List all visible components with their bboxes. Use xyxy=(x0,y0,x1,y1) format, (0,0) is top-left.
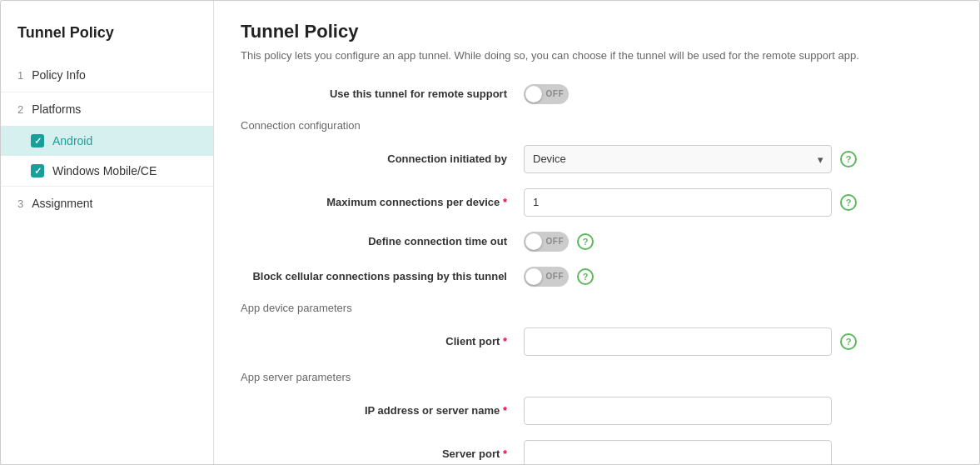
app-server-params-section: App server parameters xyxy=(241,371,953,383)
sidebar-label-platforms: Platforms xyxy=(32,102,81,116)
android-label: Android xyxy=(52,134,92,148)
connection-initiated-control: Device Server ? xyxy=(524,145,857,173)
ip-address-control xyxy=(524,397,832,425)
sidebar-sub-item-android[interactable]: Android xyxy=(1,126,213,156)
connection-initiated-row: Connection initiated by Device Server ? xyxy=(241,145,953,173)
define-timeout-toggle[interactable]: OFF xyxy=(524,232,569,252)
remote-support-toggle[interactable]: OFF xyxy=(524,84,569,104)
page-title: Tunnel Policy xyxy=(241,21,953,42)
block-cellular-toggle-knob xyxy=(525,268,542,285)
page-subtitle: This policy lets you configure an app tu… xyxy=(241,48,953,64)
block-cellular-label: Block cellular connections passing by th… xyxy=(241,270,524,282)
client-port-control: ? xyxy=(524,328,857,356)
connection-config-section: Connection configuration xyxy=(241,119,953,132)
android-checkbox-icon xyxy=(31,134,44,148)
server-port-input[interactable] xyxy=(524,440,832,465)
sidebar-item-assignment[interactable]: 3 Assignment xyxy=(1,187,213,220)
define-timeout-toggle-label: OFF xyxy=(546,237,565,246)
sidebar-sub-item-windows-mobile[interactable]: Windows Mobile/CE xyxy=(1,156,213,186)
sidebar-label-policy-info: Policy Info xyxy=(32,68,86,82)
windows-mobile-label: Windows Mobile/CE xyxy=(52,164,157,178)
define-timeout-label: Define connection time out xyxy=(241,235,524,248)
server-port-row: Server port * xyxy=(241,440,953,465)
define-timeout-help-icon[interactable]: ? xyxy=(577,233,594,250)
block-cellular-toggle-label: OFF xyxy=(546,272,565,281)
ip-address-required-star: * xyxy=(503,404,507,417)
client-port-help-icon[interactable]: ? xyxy=(840,333,857,350)
remote-support-label: Use this tunnel for remote support xyxy=(241,88,524,100)
step-num-3: 3 xyxy=(17,198,23,210)
max-connections-row: Maximum connections per device * ? xyxy=(241,188,953,217)
block-cellular-control: OFF ? xyxy=(524,267,594,287)
app-device-params-section: App device parameters xyxy=(241,302,953,314)
connection-initiated-select-wrap: Device Server xyxy=(524,145,832,173)
remote-support-toggle-knob xyxy=(525,86,542,102)
remote-support-row: Use this tunnel for remote support OFF xyxy=(241,84,953,104)
step-num-1: 1 xyxy=(17,69,23,82)
client-port-row: Client port * ? xyxy=(241,328,953,356)
client-port-label: Client port * xyxy=(241,335,524,348)
max-connections-input[interactable] xyxy=(524,188,832,217)
client-port-required-star: * xyxy=(503,335,507,348)
server-port-required-star: * xyxy=(503,448,507,460)
windows-mobile-checkbox-icon xyxy=(31,164,44,178)
ip-address-label: IP address or server name * xyxy=(241,404,524,417)
sidebar-platforms-section: 2 Platforms Android Windows Mobile/CE xyxy=(1,92,213,186)
block-cellular-row: Block cellular connections passing by th… xyxy=(241,267,953,287)
sidebar-title: Tunnel Policy xyxy=(1,14,213,58)
server-port-label: Server port * xyxy=(241,448,524,460)
connection-initiated-label: Connection initiated by xyxy=(241,152,524,165)
define-timeout-control: OFF ? xyxy=(524,232,594,252)
block-cellular-toggle[interactable]: OFF xyxy=(524,267,569,287)
step-num-2: 2 xyxy=(17,103,23,116)
define-timeout-toggle-knob xyxy=(525,233,542,250)
define-timeout-row: Define connection time out OFF ? xyxy=(241,232,953,252)
ip-address-input[interactable] xyxy=(524,397,832,425)
sidebar-item-platforms[interactable]: 2 Platforms xyxy=(1,92,213,126)
app-device-params-label: App device parameters xyxy=(241,302,953,314)
sidebar: Tunnel Policy 1 Policy Info 2 Platforms … xyxy=(1,1,214,464)
connection-initiated-select[interactable]: Device Server xyxy=(524,145,832,173)
block-cellular-help-icon[interactable]: ? xyxy=(577,268,594,285)
max-connections-required-star: * xyxy=(503,196,507,208)
remote-support-control: OFF xyxy=(524,84,569,104)
connection-config-label: Connection configuration xyxy=(241,119,953,132)
connection-initiated-help-icon[interactable]: ? xyxy=(840,151,857,168)
sidebar-item-policy-info[interactable]: 1 Policy Info xyxy=(1,58,213,92)
sidebar-label-assignment: Assignment xyxy=(32,197,92,210)
max-connections-control: ? xyxy=(524,188,857,217)
max-connections-label: Maximum connections per device * xyxy=(241,196,524,208)
app-server-params-label: App server parameters xyxy=(241,371,953,383)
ip-address-row: IP address or server name * xyxy=(241,397,953,425)
max-connections-help-icon[interactable]: ? xyxy=(840,194,857,211)
sidebar-assignment-section: 3 Assignment xyxy=(1,186,213,220)
server-port-control xyxy=(524,440,832,465)
remote-support-toggle-label: OFF xyxy=(546,89,565,98)
client-port-input[interactable] xyxy=(524,328,832,356)
main-content: Tunnel Policy This policy lets you confi… xyxy=(214,1,979,464)
